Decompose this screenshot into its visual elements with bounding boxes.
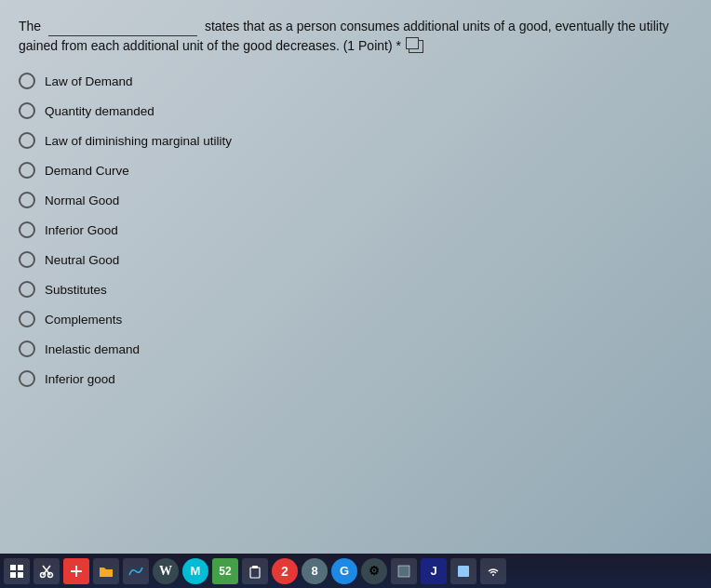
taskbar-8-badge[interactable]: 8 [302, 558, 328, 584]
option-item-6[interactable]: Neutral Good [19, 251, 692, 268]
taskbar-j-icon[interactable]: J [421, 558, 447, 584]
option-label-5: Inferior Good [45, 223, 118, 237]
svg-rect-0 [10, 565, 16, 570]
svg-rect-11 [252, 566, 258, 568]
start-button[interactable] [4, 558, 30, 584]
blank-line [48, 35, 197, 36]
radio-circle-9[interactable] [19, 341, 35, 357]
option-item-10[interactable]: Inferior good [19, 370, 692, 387]
svg-rect-12 [398, 566, 409, 577]
svg-rect-3 [18, 572, 23, 578]
radio-circle-1[interactable] [19, 102, 35, 119]
option-label-0: Law of Demand [45, 74, 133, 88]
radio-circle-5[interactable] [19, 221, 35, 238]
svg-rect-9 [75, 566, 77, 577]
taskbar-2-badge[interactable]: 2 [272, 558, 298, 584]
taskbar-m-icon[interactable]: M [182, 558, 208, 584]
option-item-2[interactable]: Law of diminishing marginal utility [19, 132, 692, 149]
taskbar-red-btn[interactable] [63, 558, 89, 584]
taskbar: W M 52 2 8 G ⚙ J [0, 554, 711, 588]
question-text: The states that as a person consumes add… [19, 17, 692, 56]
radio-circle-7[interactable] [19, 281, 35, 298]
radio-circle-8[interactable] [19, 311, 35, 327]
option-label-9: Inelastic demand [45, 342, 140, 356]
question-suffix: states that as a person consumes additio… [19, 19, 669, 53]
option-item-8[interactable]: Complements [19, 311, 692, 327]
cut-button[interactable] [34, 558, 60, 584]
option-label-10: Inferior good [45, 372, 115, 386]
radio-circle-10[interactable] [19, 370, 35, 387]
option-label-4: Normal Good [45, 194, 119, 207]
option-label-6: Neutral Good [45, 253, 119, 267]
radio-circle-4[interactable] [19, 192, 35, 208]
option-item-9[interactable]: Inelastic demand [19, 341, 692, 357]
svg-rect-13 [458, 566, 469, 577]
taskbar-square2-btn[interactable] [450, 558, 476, 584]
radio-circle-6[interactable] [19, 251, 35, 268]
option-item-7[interactable]: Substitutes [19, 281, 692, 298]
taskbar-gear-icon[interactable]: ⚙ [361, 558, 387, 584]
taskbar-w-icon[interactable]: W [153, 558, 179, 584]
radio-circle-2[interactable] [19, 132, 35, 149]
taskbar-g-badge[interactable]: G [331, 558, 357, 584]
radio-circle-0[interactable] [19, 73, 35, 89]
taskbar-folder-btn[interactable] [93, 558, 119, 584]
question-prefix: The [19, 19, 41, 33]
options-list: Law of DemandQuantity demandedLaw of dim… [19, 73, 692, 387]
option-item-5[interactable]: Inferior Good [19, 221, 692, 238]
taskbar-square1-btn[interactable] [391, 558, 417, 584]
option-label-3: Demand Curve [45, 164, 129, 178]
option-label-7: Substitutes [45, 283, 107, 297]
copy-icon[interactable] [409, 40, 423, 53]
svg-rect-2 [10, 572, 16, 578]
taskbar-wave-btn[interactable] [123, 558, 149, 584]
option-label-1: Quantity demanded [45, 104, 154, 118]
taskbar-clipboard-btn[interactable] [242, 558, 268, 584]
option-item-0[interactable]: Law of Demand [19, 73, 692, 89]
option-item-1[interactable]: Quantity demanded [19, 102, 692, 119]
option-label-8: Complements [45, 313, 122, 327]
option-item-4[interactable]: Normal Good [19, 192, 692, 208]
taskbar-wifi-btn[interactable] [480, 558, 506, 584]
main-content: The states that as a person consumes add… [0, 0, 711, 554]
taskbar-num-icon[interactable]: 52 [212, 558, 238, 584]
svg-rect-10 [250, 568, 260, 578]
svg-rect-1 [18, 565, 23, 570]
radio-circle-3[interactable] [19, 162, 35, 179]
option-label-2: Law of diminishing marginal utility [45, 134, 232, 148]
option-item-3[interactable]: Demand Curve [19, 162, 692, 179]
